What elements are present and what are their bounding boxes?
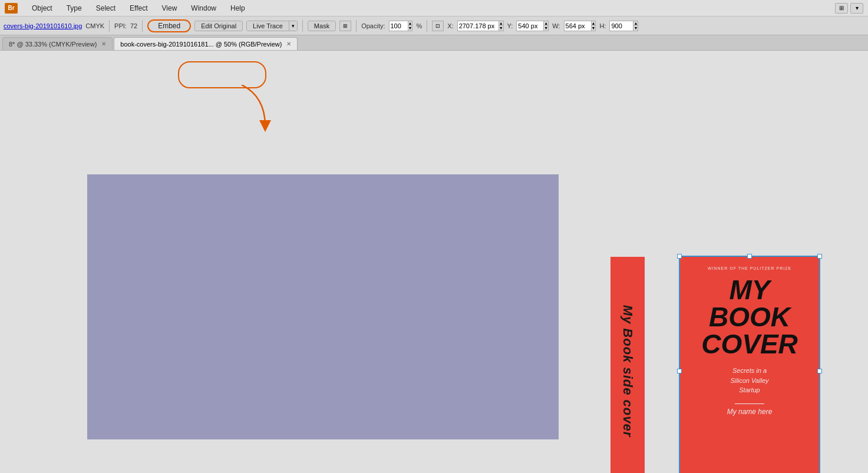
transform-icon: ⊡ — [432, 21, 444, 31]
opacity-spin-up[interactable]: ▲ — [408, 21, 412, 27]
menu-effect[interactable]: Effect — [127, 3, 150, 14]
tab-1[interactable]: book-covers-big-20191016181... @ 50% (RG… — [114, 37, 298, 50]
h-spin-down[interactable]: ▼ — [633, 26, 638, 31]
w-spin-up[interactable]: ▲ — [592, 21, 596, 27]
y-spin-up[interactable]: ▲ — [544, 21, 548, 27]
menu-object[interactable]: Object — [29, 3, 55, 14]
w-spin-down[interactable]: ▼ — [592, 26, 596, 31]
book-divider — [735, 403, 764, 404]
control-bar: covers-big-2019101610.jpg CMYK PPI: 72 E… — [0, 16, 868, 35]
embed-button[interactable]: Embed — [147, 19, 191, 32]
x-input[interactable] — [457, 21, 499, 31]
edit-original-button[interactable]: Edit Original — [194, 21, 243, 31]
book-title: MY BOOK COVER — [701, 276, 798, 358]
menu-type[interactable]: Type — [64, 3, 84, 14]
w-input[interactable] — [564, 21, 591, 31]
h-input[interactable] — [609, 21, 633, 31]
w-label: W: — [552, 22, 560, 29]
opacity-unit: % — [416, 22, 422, 29]
x-input-group: ▲ ▼ — [457, 21, 504, 31]
book-front-cover[interactable]: WINNER OF THE PULITZER PRIZE MY BOOK COV… — [679, 256, 820, 473]
file-link[interactable]: covers-big-2019101610.jpg — [4, 22, 82, 29]
bridge-icon: Br — [5, 3, 18, 14]
menu-help[interactable]: Help — [228, 3, 247, 14]
tab-0[interactable]: 8* @ 33.33% (CMYK/Preview) ✕ — [2, 37, 113, 50]
mask-icon-button[interactable]: ⊞ — [339, 21, 351, 31]
x-spin-down[interactable]: ▼ — [499, 26, 503, 31]
canvas-artboard — [87, 174, 559, 439]
selection-handle-tl — [677, 254, 682, 259]
view-icons-group: ⊞ ▾ — [835, 3, 863, 14]
y-label: Y: — [507, 22, 513, 29]
embed-annotation-arrow — [236, 85, 271, 132]
selection-handle-tr — [817, 254, 822, 259]
opacity-input-group: 100 ▲ ▼ — [389, 21, 413, 31]
ppi-value: 72 — [130, 22, 137, 29]
opacity-spin-down[interactable]: ▼ — [408, 26, 412, 31]
separator-5 — [427, 20, 427, 32]
separator-2 — [142, 20, 143, 32]
book-side-cover[interactable]: My Book side cover — [610, 257, 645, 473]
separator-3 — [302, 20, 303, 32]
y-input[interactable] — [516, 21, 543, 31]
book-side-text: My Book side cover — [620, 305, 635, 438]
tab-0-close[interactable]: ✕ — [101, 41, 106, 47]
x-spinners: ▲ ▼ — [499, 21, 504, 31]
menu-window[interactable]: Window — [189, 3, 219, 14]
tab-bar: 8* @ 33.33% (CMYK/Preview) ✕ book-covers… — [0, 35, 868, 51]
opacity-spinners: ▲ ▼ — [408, 21, 413, 31]
view-grid-button[interactable]: ⊞ — [835, 3, 848, 14]
tab-0-label: 8* @ 33.33% (CMYK/Preview) — [9, 41, 97, 48]
selection-handle-ml — [677, 369, 682, 373]
tab-1-label: book-covers-big-20191016181... @ 50% (RG… — [120, 41, 282, 48]
x-label: X: — [447, 22, 453, 29]
menu-select[interactable]: Select — [94, 3, 118, 14]
w-input-group: ▲ ▼ — [564, 21, 596, 31]
menu-view[interactable]: View — [160, 3, 180, 14]
opacity-label: Opacity: — [361, 22, 385, 29]
tab-1-close[interactable]: ✕ — [286, 41, 291, 47]
y-spinners: ▲ ▼ — [543, 21, 549, 31]
view-dropdown-button[interactable]: ▾ — [850, 3, 863, 14]
menu-bar: Br Object Type Select Effect View Window… — [0, 0, 868, 16]
book-subtitle: Secrets in a Silicon Valley Startup — [730, 366, 768, 395]
selection-handle-tc — [747, 254, 752, 259]
separator-1 — [109, 20, 110, 32]
opacity-input[interactable]: 100 — [389, 21, 408, 31]
book-winner-text: WINNER OF THE PULITZER PRIZE — [708, 266, 791, 270]
live-trace-group: Live Trace ▾ — [246, 21, 298, 31]
mask-button[interactable]: Mask — [308, 21, 336, 31]
selection-handle-mr — [817, 369, 822, 373]
h-label: H: — [599, 22, 606, 29]
color-mode-label: CMYK — [85, 22, 104, 29]
w-spinners: ▲ ▼ — [591, 21, 596, 31]
live-trace-button[interactable]: Live Trace — [247, 21, 289, 31]
live-trace-dropdown[interactable]: ▾ — [289, 21, 297, 31]
separator-4 — [356, 20, 357, 32]
ppi-label: PPI: — [114, 22, 127, 29]
canvas-area: My Book side cover WINNER OF THE PULITZE… — [0, 51, 868, 473]
embed-annotation-circle — [178, 61, 266, 88]
y-input-group: ▲ ▼ — [516, 21, 549, 31]
h-spinners: ▲ ▼ — [633, 21, 638, 31]
x-spin-up[interactable]: ▲ — [499, 21, 503, 27]
book-author: My name here — [727, 408, 773, 416]
h-input-group: ▲ ▼ — [609, 21, 638, 31]
y-spin-down[interactable]: ▼ — [544, 26, 548, 31]
h-spin-up[interactable]: ▲ — [633, 21, 638, 27]
